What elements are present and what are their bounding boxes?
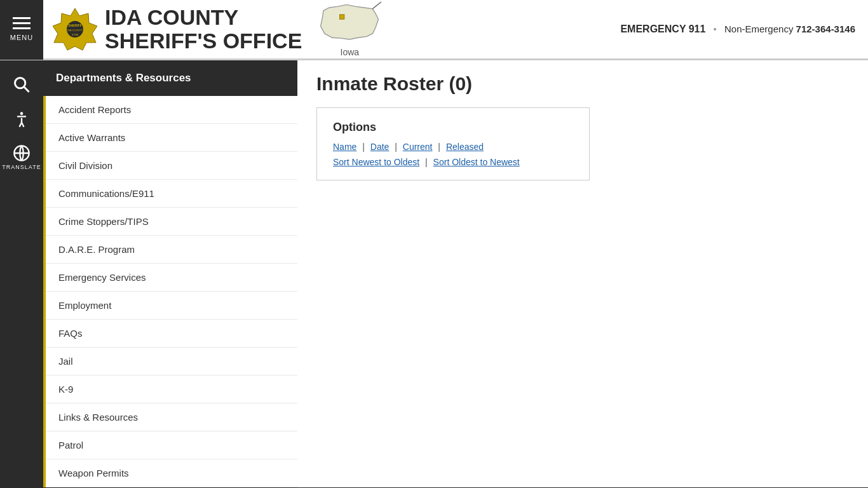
- translate-icon: [13, 144, 31, 162]
- nav-item-k9[interactable]: K-9: [46, 376, 297, 403]
- nav-item-employment[interactable]: Employment: [46, 292, 297, 320]
- pipe-3: |: [438, 142, 440, 152]
- nav-item-civil-division[interactable]: Civil Division: [46, 152, 297, 180]
- svg-line-8: [24, 87, 29, 92]
- org-name-line2: SHERIFF'S OFFICE: [105, 29, 302, 53]
- sort-links-row: Sort Newest to Oldest | Sort Oldest to N…: [333, 157, 573, 167]
- site-header: MENU SHERIFF IDA COUNTY IOWA IDA COUNTY …: [0, 0, 868, 60]
- svg-text:SHERIFF: SHERIFF: [68, 24, 81, 27]
- svg-text:IOWA: IOWA: [72, 33, 79, 36]
- nav-link-patrol[interactable]: Patrol: [46, 431, 297, 459]
- nav-item-links-resources[interactable]: Links & Resources: [46, 403, 297, 431]
- nav-item-jail[interactable]: Jail: [46, 348, 297, 376]
- left-navigation: Departments & Resources Accident Reports…: [43, 60, 297, 487]
- menu-bar-2: [13, 22, 31, 24]
- nav-item-patrol[interactable]: Patrol: [46, 431, 297, 459]
- nav-menu: Accident Reports Active Warrants Civil D…: [43, 96, 297, 487]
- search-icon: [13, 76, 31, 93]
- svg-text:IDA COUNTY: IDA COUNTY: [67, 29, 83, 32]
- pipe-4: |: [425, 157, 428, 167]
- nav-item-dare[interactable]: D.A.R.E. Program: [46, 236, 297, 264]
- svg-point-9: [20, 112, 24, 115]
- menu-label: MENU: [10, 34, 33, 41]
- nav-link-links-resources[interactable]: Links & Resources: [46, 403, 297, 431]
- pipe-1: |: [362, 142, 365, 152]
- nav-header: Departments & Resources: [43, 60, 297, 96]
- search-button[interactable]: [0, 67, 43, 102]
- options-heading: Options: [333, 121, 573, 134]
- non-emergency-label: Non-Emergency: [724, 24, 793, 34]
- org-name: IDA COUNTY SHERIFF'S OFFICE: [105, 6, 302, 53]
- sort-oldest-link[interactable]: Sort Oldest to Newest: [433, 157, 520, 167]
- nav-item-active-warrants[interactable]: Active Warrants: [46, 124, 297, 152]
- header-separator: •: [714, 24, 717, 34]
- filter-link-name[interactable]: Name: [333, 142, 356, 152]
- pipe-2: |: [395, 142, 397, 152]
- sidebar-icons: TRANSLATE: [0, 60, 43, 488]
- options-box: Options Name | Date | Current | Released…: [316, 107, 590, 180]
- translate-label: TRANSLATE: [2, 164, 41, 170]
- filter-links-row: Name | Date | Current | Released: [333, 142, 573, 152]
- content-area: Inmate Roster (0) Options Name | Date | …: [297, 60, 868, 487]
- nav-link-crime-stoppers[interactable]: Crime Stoppers/TIPS: [46, 208, 297, 236]
- nav-link-jail[interactable]: Jail: [46, 348, 297, 376]
- nav-link-active-warrants[interactable]: Active Warrants: [46, 124, 297, 152]
- sheriff-badge-icon: SHERIFF IDA COUNTY IOWA: [53, 7, 97, 51]
- nav-item-faqs[interactable]: FAQs: [46, 320, 297, 348]
- nav-item-accident-reports[interactable]: Accident Reports: [46, 96, 297, 124]
- org-name-line1: IDA COUNTY: [105, 6, 302, 29]
- iowa-map-area: Iowa: [318, 1, 381, 57]
- nav-item-communications[interactable]: Communications/E911: [46, 180, 297, 208]
- menu-button[interactable]: MENU: [0, 0, 43, 60]
- accessibility-icon: [13, 111, 31, 128]
- menu-bar-3: [13, 27, 31, 29]
- filter-link-released[interactable]: Released: [446, 142, 484, 152]
- menu-bar-1: [13, 17, 31, 19]
- iowa-map-icon: [318, 1, 381, 46]
- accessibility-button[interactable]: [0, 102, 43, 137]
- header-left: MENU SHERIFF IDA COUNTY IOWA IDA COUNTY …: [0, 0, 381, 60]
- nav-item-weapon-permits[interactable]: Weapon Permits: [46, 459, 297, 487]
- nav-link-dare[interactable]: D.A.R.E. Program: [46, 236, 297, 264]
- main-layout: Departments & Resources Accident Reports…: [43, 60, 868, 487]
- filter-link-date[interactable]: Date: [370, 142, 390, 152]
- nav-link-weapon-permits[interactable]: Weapon Permits: [46, 459, 297, 487]
- nav-link-k9[interactable]: K-9: [46, 376, 297, 403]
- svg-point-7: [15, 78, 25, 88]
- page-title: Inmate Roster (0): [316, 73, 849, 95]
- emergency-label: EMERGENCY 911: [620, 24, 705, 34]
- nav-item-crime-stoppers[interactable]: Crime Stoppers/TIPS: [46, 208, 297, 236]
- svg-line-6: [373, 2, 382, 9]
- nav-link-faqs[interactable]: FAQs: [46, 320, 297, 348]
- nav-link-civil-division[interactable]: Civil Division: [46, 152, 297, 180]
- header-contact: EMERGENCY 911 • Non-Emergency 712-364-31…: [620, 24, 855, 35]
- filter-link-current[interactable]: Current: [403, 142, 433, 152]
- nav-link-communications[interactable]: Communications/E911: [46, 180, 297, 208]
- state-label: Iowa: [341, 47, 360, 57]
- logo-area: SHERIFF IDA COUNTY IOWA IDA COUNTY SHERI…: [43, 6, 311, 53]
- nav-link-accident-reports[interactable]: Accident Reports: [46, 96, 297, 124]
- nav-link-emergency-services[interactable]: Emergency Services: [46, 264, 297, 292]
- translate-button[interactable]: TRANSLATE: [0, 137, 43, 178]
- nav-item-emergency-services[interactable]: Emergency Services: [46, 264, 297, 292]
- nav-link-employment[interactable]: Employment: [46, 292, 297, 320]
- non-emergency-phone: 712-364-3146: [796, 24, 855, 34]
- svg-rect-5: [340, 15, 344, 19]
- sort-newest-link[interactable]: Sort Newest to Oldest: [333, 157, 419, 167]
